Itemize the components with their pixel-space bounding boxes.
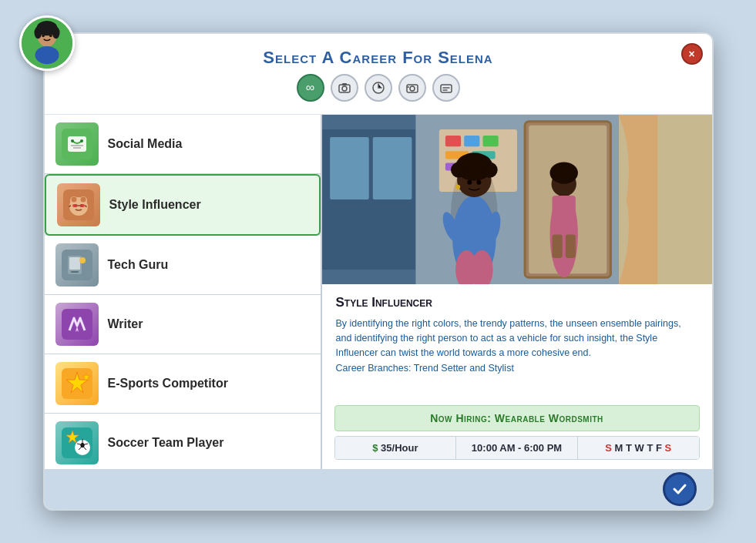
svg-point-33: [79, 257, 86, 263]
svg-rect-14: [441, 85, 452, 92]
svg-rect-27: [72, 204, 77, 207]
svg-rect-36: [82, 269, 85, 270]
career-name-social-media: Social Media: [108, 137, 183, 151]
svg-rect-34: [82, 264, 86, 266]
career-item-social-media[interactable]: Social Media: [45, 115, 321, 174]
modal-footer: [45, 469, 712, 509]
stat-pay: $ 35/Hour: [335, 437, 457, 459]
career-name-soccer: Soccer Team Player: [108, 436, 224, 450]
career-description: By identifying the right colors, the tre…: [336, 317, 698, 360]
career-item-soccer[interactable]: Soccer Team Player: [45, 414, 321, 469]
svg-point-66: [460, 156, 472, 169]
svg-point-6: [42, 34, 45, 37]
avatar: [19, 15, 75, 71]
career-branches: Career Branches: Trend Setter and Stylis…: [336, 363, 698, 374]
svg-rect-28: [80, 204, 85, 207]
svg-rect-32: [71, 271, 79, 273]
svg-point-5: [35, 46, 59, 64]
svg-rect-51: [445, 136, 460, 146]
svg-rect-53: [482, 136, 498, 146]
modal-body: Social Media: [45, 115, 712, 469]
career-icon-style-influencer: [57, 183, 100, 226]
hiring-label: Now Hiring: Wearable Wordsmith: [430, 412, 603, 424]
career-info: Style Influencer By identifying the righ…: [322, 284, 712, 399]
svg-point-9: [342, 86, 347, 91]
career-name-tech-guru: Tech Guru: [108, 258, 169, 272]
background: Select a Career for Selena ∞: [0, 0, 756, 543]
svg-rect-35: [82, 266, 86, 268]
career-name-writer: Writer: [108, 317, 143, 331]
hiring-bar: Now Hiring: Wearable Wordsmith: [334, 405, 700, 431]
filter-bar: ∞: [60, 68, 697, 106]
career-info-title: Style Influencer: [336, 295, 698, 310]
svg-rect-10: [342, 83, 347, 85]
svg-rect-79: [552, 196, 575, 235]
svg-point-68: [467, 180, 472, 185]
stat-schedule: 10:00 AM - 6:00 PM: [456, 437, 578, 459]
career-icon-soccer: [55, 421, 99, 464]
filter-all[interactable]: ∞: [297, 74, 324, 102]
svg-rect-47: [330, 137, 369, 199]
career-item-style-influencer[interactable]: Style Influencer: [45, 174, 321, 236]
career-list: Social Media: [45, 115, 322, 469]
filter-photo3[interactable]: [398, 74, 426, 102]
filter-photo2[interactable]: [365, 74, 392, 102]
svg-point-18: [80, 139, 83, 142]
svg-rect-81: [565, 235, 575, 258]
confirm-button[interactable]: [663, 472, 697, 506]
close-button[interactable]: ×: [681, 43, 703, 65]
career-item-writer[interactable]: Writer: [45, 295, 321, 354]
svg-point-67: [475, 156, 488, 169]
career-icon-writer: [55, 303, 99, 346]
job-stats: $ 35/Hour 10:00 AM - 6:00 PM S M T W T F…: [334, 436, 700, 460]
svg-point-69: [476, 180, 481, 185]
svg-point-13: [410, 86, 415, 91]
svg-rect-48: [372, 137, 412, 199]
career-item-esports[interactable]: E-Sports Competitor: [45, 354, 321, 414]
svg-rect-80: [552, 235, 562, 258]
career-icon-social-media: [55, 122, 99, 166]
svg-point-4: [52, 27, 60, 39]
svg-point-78: [559, 165, 568, 174]
career-icon-esports: [55, 362, 99, 405]
modal-title: Select a Career for Selena: [60, 48, 697, 68]
filter-list[interactable]: [432, 74, 460, 102]
modal: Select a Career for Selena ∞: [43, 32, 714, 511]
career-icon-tech-guru: [55, 243, 99, 287]
svg-point-7: [49, 34, 52, 37]
career-detail: Style Influencer By identifying the righ…: [322, 115, 712, 469]
svg-rect-52: [464, 136, 479, 146]
svg-point-24: [80, 197, 86, 203]
svg-point-17: [71, 139, 74, 142]
modal-header: Select a Career for Selena ∞: [45, 34, 712, 115]
svg-point-23: [71, 197, 76, 203]
stat-days: S M T W T F S: [578, 437, 699, 459]
filter-photo1[interactable]: [331, 74, 358, 102]
career-name-style-influencer: Style Influencer: [109, 198, 201, 212]
career-item-tech-guru[interactable]: Tech Guru: [45, 236, 321, 295]
svg-point-70: [455, 185, 460, 189]
svg-point-3: [35, 27, 42, 39]
career-name-esports: E-Sports Competitor: [108, 377, 228, 390]
svg-rect-31: [69, 257, 80, 270]
career-image: [322, 115, 712, 284]
